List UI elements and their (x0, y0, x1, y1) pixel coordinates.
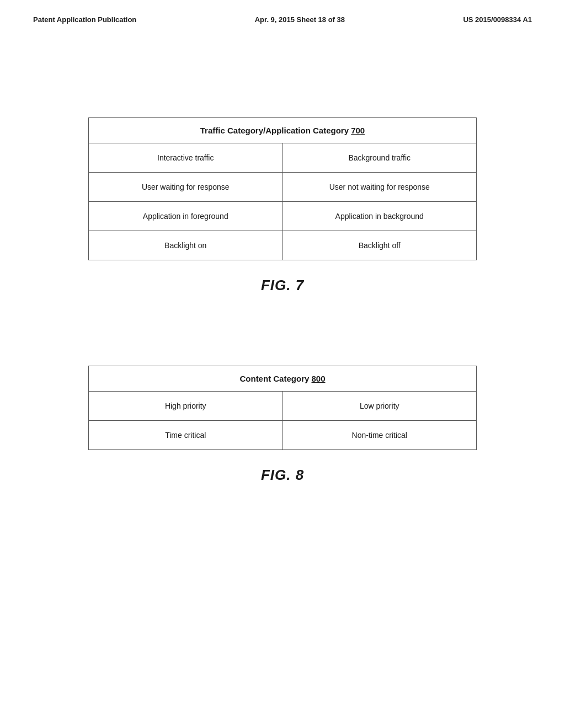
content-area: Traffic Category/Application Category 70… (0, 117, 565, 484)
table-row: User waiting for response User not waiti… (89, 173, 476, 202)
fig7-row4-right: Backlight off (283, 231, 477, 260)
fig7-ref-number: 700 (351, 126, 365, 135)
header-left: Patent Application Publication (33, 15, 136, 24)
fig7-row4-left: Backlight on (89, 231, 283, 260)
fig8-row2-left: Time critical (89, 421, 283, 449)
fig7-container: Traffic Category/Application Category 70… (88, 117, 477, 294)
fig8-row1-right: Low priority (283, 392, 477, 420)
fig7-row2-left: User waiting for response (89, 173, 283, 201)
fig7-row1-right: Background traffic (283, 143, 477, 172)
table-row: High priority Low priority (89, 392, 476, 421)
fig7-label: FIG. 7 (88, 277, 477, 294)
table-row: Time critical Non-time critical (89, 421, 476, 449)
fig7-row3-right: Application in background (283, 202, 477, 231)
fig7-table-header: Traffic Category/Application Category 70… (89, 118, 476, 143)
fig7-table: Traffic Category/Application Category 70… (88, 117, 477, 260)
fig8-label: FIG. 8 (88, 467, 477, 484)
fig8-table: Content Category 800 High priority Low p… (88, 366, 477, 450)
table-row: Backlight on Backlight off (89, 231, 476, 260)
fig8-container: Content Category 800 High priority Low p… (88, 366, 477, 484)
fig8-title: Content Category (239, 374, 309, 383)
fig8-row2-right: Non-time critical (283, 421, 477, 449)
fig7-row1-left: Interactive traffic (89, 143, 283, 172)
fig8-ref-number: 800 (311, 374, 325, 383)
header-middle: Apr. 9, 2015 Sheet 18 of 38 (255, 15, 345, 24)
header-right: US 2015/0098334 A1 (463, 15, 532, 24)
fig7-row3-left: Application in foreground (89, 202, 283, 231)
table-row: Interactive traffic Background traffic (89, 143, 476, 173)
table-row: Application in foreground Application in… (89, 202, 476, 231)
page-header: Patent Application Publication Apr. 9, 2… (0, 0, 565, 24)
fig7-title: Traffic Category/Application Category (200, 126, 349, 135)
fig8-row1-left: High priority (89, 392, 283, 420)
fig8-table-header: Content Category 800 (89, 366, 476, 392)
fig7-row2-right: User not waiting for response (283, 173, 477, 201)
